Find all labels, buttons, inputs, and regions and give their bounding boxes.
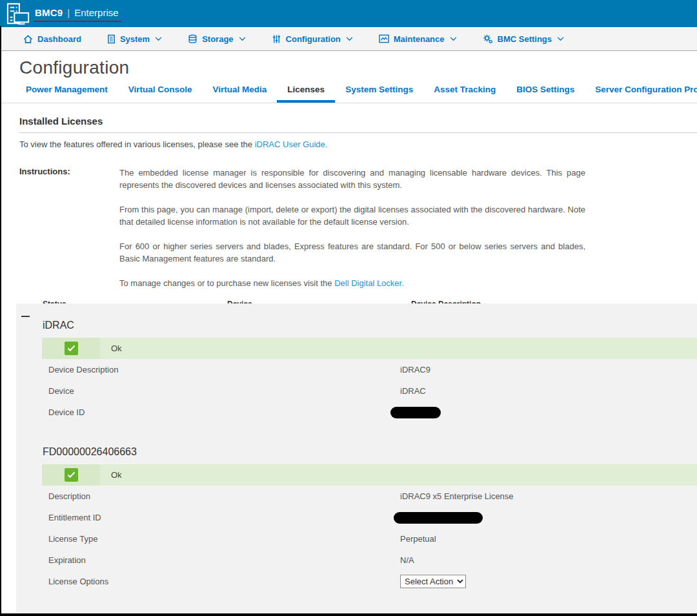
detail-label: Description	[48, 491, 90, 501]
minus-icon	[21, 316, 30, 317]
instructions-paragraph: For 600 or higher series servers and bla…	[119, 240, 585, 265]
system-icon	[107, 34, 116, 44]
tab-bios-settings[interactable]: BIOS Settings	[506, 85, 585, 103]
nav-item-label: System	[120, 34, 150, 44]
detail-row-license-options: License OptionsSelect Action	[16, 571, 697, 592]
nav-item-system[interactable]: System	[107, 34, 162, 44]
nav-item-label: Configuration	[286, 34, 341, 44]
detail-value: Perpetual	[400, 534, 436, 544]
detail-label: License Options	[48, 577, 108, 586]
detail-row-expiration: ExpirationN/A	[16, 549, 697, 571]
license-group-idrac: iDRACOkDevice DescriptioniDRAC9DeviceiDR…	[16, 303, 697, 431]
license-group-fd00000026406663: FD00000026406663OkDescriptioniDRAC9 x5 E…	[16, 431, 697, 592]
idrac-user-guide-link[interactable]: iDRAC User Guide.	[255, 139, 328, 149]
nav-item-configuration[interactable]: Configuration	[272, 34, 353, 44]
dell-digital-locker-link[interactable]: Dell Digital Locker.	[334, 278, 404, 288]
detail-row-entitlement-id: Entitlement ID	[16, 507, 697, 528]
section-divider	[19, 132, 697, 133]
detail-row-license-type: License TypePerpetual	[16, 528, 697, 549]
chevron-down-icon	[239, 37, 246, 41]
instructions-text: To manage changes or to purchase new lic…	[119, 278, 334, 288]
chevron-down-icon	[450, 37, 457, 41]
detail-row-device-id: Device ID	[16, 402, 697, 423]
image-icon	[379, 34, 389, 43]
nav-item-bmc-settings[interactable]: BMC Settings	[483, 34, 565, 44]
check-icon[interactable]	[65, 468, 78, 482]
nav-item-maintenance[interactable]: Maintenance	[379, 34, 457, 44]
bmc-logo-icon	[5, 2, 31, 26]
nav-item-storage[interactable]: Storage	[188, 34, 245, 44]
detail-label: Device ID	[48, 407, 85, 417]
detail-value: iDRAC	[400, 386, 426, 396]
app-header: BMC9 | Enterprise	[0, 0, 697, 27]
status-row: Ok	[42, 338, 697, 359]
brand-name: BMC9	[35, 7, 63, 18]
nav-item-label: BMC Settings	[498, 34, 552, 44]
sliders-icon	[272, 34, 281, 44]
section-title: Installed Licenses	[19, 116, 697, 127]
detail-value: N/A	[400, 555, 414, 565]
detail-row-description: DescriptioniDRAC9 x5 Enterprise License	[16, 486, 697, 507]
detail-row-device: DeviceiDRAC	[16, 380, 697, 402]
status-cell	[42, 338, 100, 359]
tab-asset-tracking[interactable]: Asset Tracking	[423, 85, 506, 103]
window-left-edge	[0, 26, 1, 616]
instructions-paragraph: The embedded license manager is responsi…	[119, 167, 585, 191]
tab-power-management[interactable]: Power Management	[15, 85, 118, 103]
detail-label: Device	[48, 386, 74, 396]
brand-underline	[34, 21, 121, 22]
select-action-dropdown[interactable]: Select Action	[400, 575, 466, 588]
instructions-paragraph: To manage changes or to purchase new lic…	[119, 277, 585, 289]
brand[interactable]: BMC9 | Enterprise	[35, 7, 119, 21]
redacted-value	[394, 512, 483, 524]
group-title: FD00000026406663	[16, 431, 697, 464]
instructions-text: For 600 or higher series servers and bla…	[119, 241, 585, 263]
detail-label: Entitlement ID	[48, 513, 101, 522]
detail-row-device-description: Device DescriptioniDRAC9	[16, 359, 697, 380]
detail-label: License Type	[48, 534, 97, 544]
status-text: Ok	[111, 470, 122, 480]
instructions-paragraph: From this page, you can manage (import, …	[119, 203, 585, 228]
license-options-select-wrap: Select Action	[400, 575, 466, 588]
instructions-body: The embedded license manager is responsi…	[119, 167, 585, 289]
chevron-down-icon	[557, 37, 564, 41]
instructions-label: Instructions:	[19, 167, 70, 176]
detail-value: iDRAC9	[400, 365, 430, 375]
brand-edition: Enterprise	[74, 7, 118, 18]
license-groups: iDRACOkDevice DescriptioniDRAC9DeviceiDR…	[16, 303, 697, 613]
intro-line: To view the features offered in various …	[19, 139, 697, 149]
nav-item-dashboard[interactable]: Dashboard	[23, 34, 81, 44]
status-text: Ok	[111, 344, 122, 353]
tab-server-configuration-profile[interactable]: Server Configuration Profile	[585, 85, 697, 103]
tab-system-settings[interactable]: System Settings	[335, 85, 423, 103]
status-row: Ok	[42, 464, 697, 486]
collapse-toggle[interactable]	[21, 312, 30, 321]
window-bottom-edge	[0, 613, 697, 616]
instructions-block: Instructions: The embedded license manag…	[19, 167, 697, 289]
nav-item-label: Dashboard	[37, 34, 81, 44]
instructions-text: From this page, you can manage (import, …	[119, 205, 585, 227]
status-cell	[42, 464, 100, 486]
home-icon	[23, 34, 33, 44]
tab-virtual-console[interactable]: Virtual Console	[118, 85, 203, 103]
tab-bar: Power ManagementVirtual ConsoleVirtual M…	[0, 83, 697, 103]
tab-virtual-media[interactable]: Virtual Media	[203, 85, 278, 103]
main-nav: DashboardSystemStorageConfigurationMaint…	[0, 27, 697, 51]
page-title: Configuration	[19, 57, 697, 78]
brand-separator: |	[67, 7, 70, 18]
instructions-text: The embedded license manager is responsi…	[119, 168, 585, 190]
storage-icon	[188, 34, 197, 44]
nav-item-label: Maintenance	[394, 34, 445, 44]
chevron-down-icon	[155, 37, 162, 41]
check-icon[interactable]	[65, 342, 78, 355]
detail-label: Device Description	[48, 365, 118, 375]
nav-item-label: Storage	[202, 34, 233, 44]
detail-label: Expiration	[48, 555, 86, 565]
idrac-app-window: BMC9 | Enterprise DashboardSystemStorage…	[0, 0, 697, 616]
detail-value: iDRAC9 x5 Enterprise License	[400, 491, 514, 501]
redacted-value	[390, 407, 441, 418]
tab-licenses[interactable]: Licenses	[277, 85, 335, 103]
group-title: iDRAC	[16, 303, 697, 338]
group-gap	[16, 423, 697, 431]
chevron-down-icon	[346, 37, 353, 41]
